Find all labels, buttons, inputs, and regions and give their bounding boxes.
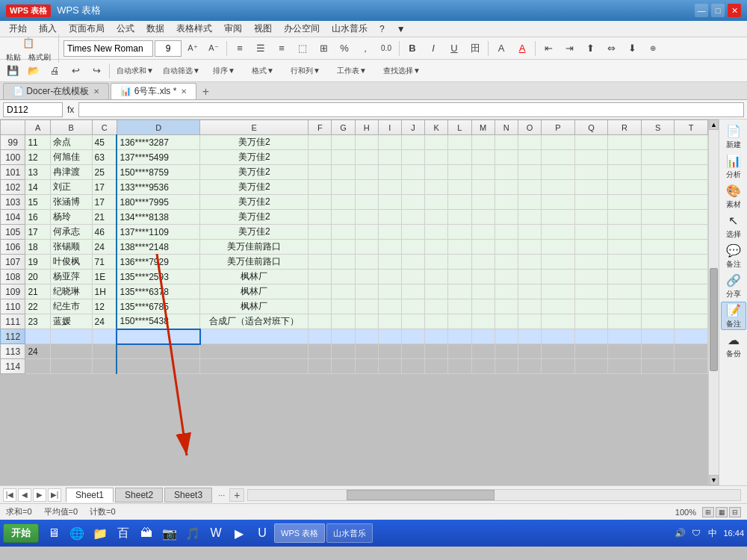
sys-network-icon[interactable]: 🔊: [672, 526, 687, 541]
cell-m107[interactable]: [471, 255, 495, 270]
cell-o102[interactable]: [518, 180, 541, 195]
cell-n105[interactable]: [495, 225, 518, 240]
cell-b101[interactable]: 冉津渡: [50, 165, 92, 180]
cell-l108[interactable]: [448, 270, 471, 284]
col-header-j[interactable]: J: [401, 120, 424, 135]
row-header[interactable]: 109: [1, 284, 25, 299]
cell-m108[interactable]: [471, 270, 495, 284]
cell-c112[interactable]: [92, 329, 117, 344]
tab-6hao[interactable]: 📊 6号车.xls * ✕: [111, 83, 196, 99]
row-header[interactable]: 101: [1, 165, 25, 180]
cell-e113[interactable]: [200, 344, 309, 359]
cell-t111[interactable]: [675, 314, 708, 329]
cell-a109[interactable]: 21: [25, 284, 50, 299]
cell-q105[interactable]: [574, 225, 608, 240]
cell-c103[interactable]: 17: [92, 195, 117, 210]
cell-i102[interactable]: [378, 180, 401, 195]
cell-q110[interactable]: [574, 299, 608, 314]
cell-k111[interactable]: [425, 314, 448, 329]
sys-security-icon[interactable]: 🛡: [689, 526, 704, 541]
row-header[interactable]: 111: [1, 314, 25, 329]
taskbar-mountain[interactable]: 🏔: [136, 523, 157, 544]
cell-t112[interactable]: [675, 329, 708, 344]
cell-j112[interactable]: [401, 329, 424, 344]
cell-o106[interactable]: [518, 240, 541, 255]
cell-i110[interactable]: [378, 299, 401, 314]
cell-k103[interactable]: [425, 195, 448, 210]
cell-a110[interactable]: 22: [25, 299, 50, 314]
cell-n111[interactable]: [495, 314, 518, 329]
row-header[interactable]: 108: [1, 270, 25, 284]
cell-p109[interactable]: [542, 284, 575, 299]
cell-t102[interactable]: [675, 180, 708, 195]
cell-j103[interactable]: [401, 195, 424, 210]
cell-c105[interactable]: 46: [92, 225, 117, 240]
cell-s102[interactable]: [641, 180, 675, 195]
cell-h99[interactable]: [355, 135, 378, 150]
taskbar-mountain-program[interactable]: 山水普乐: [326, 523, 373, 543]
cell-m114[interactable]: [471, 359, 495, 374]
col-header-h[interactable]: H: [355, 120, 378, 135]
cell-q113[interactable]: [574, 344, 608, 359]
scroll-track[interactable]: [709, 130, 719, 475]
align-right-button[interactable]: ≡: [272, 40, 291, 57]
cell-i101[interactable]: [378, 165, 401, 180]
cell-n100[interactable]: [495, 150, 518, 165]
cell-e112[interactable]: [200, 329, 309, 344]
vertical-scrollbar[interactable]: ▲ ▼: [708, 119, 719, 485]
cell-q99[interactable]: [574, 135, 608, 150]
cell-t110[interactable]: [675, 299, 708, 314]
cell-c99[interactable]: 45: [92, 135, 117, 150]
cell-h103[interactable]: [355, 195, 378, 210]
cell-i108[interactable]: [378, 270, 401, 284]
cell-l103[interactable]: [448, 195, 471, 210]
cell-c114[interactable]: [92, 359, 117, 374]
cell-g103[interactable]: [332, 195, 355, 210]
cell-d102[interactable]: 133****9536: [117, 180, 199, 195]
cell-d99[interactable]: 136****3287: [117, 135, 199, 150]
cell-p111[interactable]: [542, 314, 575, 329]
col-header-k[interactable]: K: [425, 120, 448, 135]
cell-q102[interactable]: [574, 180, 608, 195]
cell-c102[interactable]: 17: [92, 180, 117, 195]
menu-table-style[interactable]: 表格样式: [170, 21, 218, 37]
col-header-s[interactable]: S: [641, 120, 675, 135]
cell-e114[interactable]: [200, 359, 309, 374]
cell-t101[interactable]: [675, 165, 708, 180]
cell-h106[interactable]: [355, 240, 378, 255]
cell-f113[interactable]: [309, 344, 332, 359]
cell-r101[interactable]: [608, 165, 642, 180]
cell-g104[interactable]: [332, 210, 355, 225]
cell-g112[interactable]: [332, 329, 355, 344]
close-button[interactable]: ✕: [728, 4, 741, 17]
sort-button[interactable]: 排序▼: [205, 62, 243, 80]
cell-q112[interactable]: [574, 329, 608, 344]
sheet-more-button[interactable]: ···: [214, 491, 229, 500]
cell-p99[interactable]: [542, 135, 575, 150]
start-button[interactable]: 开始: [3, 523, 39, 543]
cell-r99[interactable]: [608, 135, 642, 150]
open-button[interactable]: 📂: [24, 62, 43, 80]
cell-n103[interactable]: [495, 195, 518, 210]
cell-s107[interactable]: [641, 255, 675, 270]
cell-r114[interactable]: [608, 359, 642, 374]
cell-r106[interactable]: [608, 240, 642, 255]
cell-g106[interactable]: [332, 240, 355, 255]
cell-m109[interactable]: [471, 284, 495, 299]
col-header-f[interactable]: F: [309, 120, 332, 135]
col-header-t[interactable]: T: [675, 120, 708, 135]
cell-s109[interactable]: [641, 284, 675, 299]
cell-i114[interactable]: [378, 359, 401, 374]
cell-k102[interactable]: [425, 180, 448, 195]
cell-q103[interactable]: [574, 195, 608, 210]
cell-a108[interactable]: 20: [25, 270, 50, 284]
cell-f105[interactable]: [309, 225, 332, 240]
find-select-button[interactable]: 查找选择▼: [376, 62, 428, 80]
cell-f108[interactable]: [309, 270, 332, 284]
cell-n113[interactable]: [495, 344, 518, 359]
cell-d112[interactable]: [117, 329, 199, 344]
taskbar-u[interactable]: U: [252, 523, 273, 544]
row-header[interactable]: 99: [1, 135, 25, 150]
cell-e106[interactable]: 美万佳前路口: [200, 240, 309, 255]
font-size-input[interactable]: [155, 40, 182, 57]
